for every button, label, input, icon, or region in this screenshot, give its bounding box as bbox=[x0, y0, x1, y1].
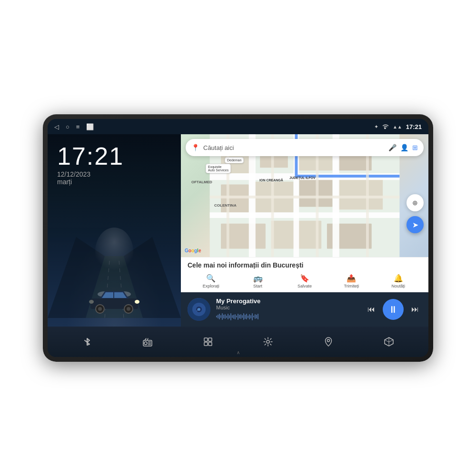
waveform-bar bbox=[219, 314, 220, 319]
bluetooth-icon: ✦ bbox=[374, 124, 378, 130]
back-button[interactable]: ◁ bbox=[54, 123, 59, 130]
waveform-bar bbox=[239, 315, 240, 318]
tab-trimiteti[interactable]: 📤 Trimiteți bbox=[328, 272, 375, 290]
music-title: My Prerogative bbox=[216, 298, 359, 305]
nav-cube[interactable] bbox=[378, 331, 399, 352]
status-bar-left: ◁ ○ ≡ ⬜ bbox=[54, 123, 94, 130]
svg-point-53 bbox=[327, 339, 329, 342]
navigate-fab[interactable]: ➤ bbox=[407, 216, 424, 233]
clock-time: 17:21 bbox=[57, 144, 171, 169]
next-button[interactable]: ⏭ bbox=[408, 303, 422, 316]
map-poi-exquisite: ExquisiteAuto Services bbox=[206, 164, 231, 173]
svg-point-13 bbox=[98, 307, 102, 311]
info-tabs: 🔍 Explorați 🚌 Start 🔖 Salvate 📤 bbox=[188, 272, 422, 290]
nav-maps[interactable] bbox=[318, 331, 339, 352]
nav-settings[interactable] bbox=[258, 331, 278, 352]
waveform-bar bbox=[258, 314, 258, 319]
signal-icon: ▲▲ bbox=[393, 124, 402, 129]
waveform-bar bbox=[235, 314, 236, 319]
svg-rect-22 bbox=[299, 179, 332, 207]
map-label-ioncreanga: ION CREANGĂ bbox=[259, 178, 283, 182]
svg-point-52 bbox=[267, 340, 269, 343]
waveform-bar bbox=[230, 313, 231, 320]
tab-salvate[interactable]: 🔖 Salvate bbox=[281, 272, 328, 290]
waveform-bar bbox=[249, 314, 250, 319]
tab-label-start: Start bbox=[253, 284, 262, 288]
nav-chevron[interactable]: ∧ bbox=[237, 350, 240, 355]
map-layer-button[interactable]: ⊕ bbox=[407, 194, 424, 211]
waveform-bar bbox=[238, 314, 238, 320]
music-subtitle: Music bbox=[216, 305, 359, 310]
svg-text:♪: ♪ bbox=[196, 307, 198, 312]
wifi-icon bbox=[382, 124, 389, 130]
tab-explorați[interactable]: 🔍 Explorați bbox=[188, 272, 234, 290]
svg-rect-51 bbox=[208, 342, 212, 346]
map-area[interactable]: Pattern Media Carrefour Dragonul Roșu Me… bbox=[181, 134, 428, 257]
left-panel: 17:21 12/12/2023 marți bbox=[48, 134, 181, 327]
tab-label-noutati: Noutăți bbox=[392, 284, 406, 288]
waveform-bar bbox=[240, 314, 241, 319]
svg-point-10 bbox=[89, 300, 94, 304]
waveform-bar bbox=[242, 315, 243, 318]
car-image-area bbox=[48, 190, 181, 327]
svg-rect-20 bbox=[221, 185, 249, 213]
info-bar: Cele mai noi informații din București 🔍 … bbox=[181, 257, 428, 292]
waveform-bar bbox=[253, 316, 254, 317]
news-icon: 🔔 bbox=[394, 274, 403, 283]
svg-point-9 bbox=[135, 300, 139, 304]
google-maps-pin-icon: 📍 bbox=[191, 144, 199, 151]
waveform-bar bbox=[232, 315, 233, 318]
svg-point-44 bbox=[144, 342, 147, 345]
account-icon[interactable]: 👤 bbox=[400, 144, 408, 151]
grid-icon[interactable]: ⊞ bbox=[412, 144, 418, 151]
svg-rect-23 bbox=[338, 179, 383, 210]
music-info: My Prerogative Music bbox=[216, 298, 359, 321]
status-bar-right: ✦ ▲▲ 17:21 bbox=[374, 123, 422, 130]
map-label-ilfov: JUDEȚUL ILFOV bbox=[289, 176, 316, 179]
waveform-bar bbox=[220, 315, 221, 318]
play-pause-button[interactable]: ⏸ bbox=[383, 299, 404, 320]
navigation-icon: ➤ bbox=[412, 220, 418, 229]
waveform-bar bbox=[236, 316, 237, 317]
waveform-bar bbox=[216, 316, 217, 317]
share-icon: 📤 bbox=[347, 274, 356, 283]
svg-rect-48 bbox=[204, 338, 208, 341]
waveform-bar bbox=[246, 314, 247, 319]
waveform-bar bbox=[243, 313, 244, 320]
svg-rect-33 bbox=[210, 196, 400, 198]
map-search-bar[interactable]: 📍 Căutați aici 🎤 👤 ⊞ bbox=[186, 139, 424, 156]
search-placeholder[interactable]: Căutați aici bbox=[203, 144, 385, 151]
nav-apps[interactable] bbox=[198, 331, 218, 352]
menu-button[interactable]: ≡ bbox=[76, 123, 80, 130]
google-logo: Google bbox=[185, 248, 201, 253]
tab-label-trimiteti: Trimiteți bbox=[344, 284, 359, 288]
tab-label-salvate: Salvate bbox=[298, 284, 312, 288]
waveform-bar bbox=[222, 313, 223, 320]
waveform-bar bbox=[252, 313, 253, 320]
waveform-bar bbox=[226, 316, 227, 318]
prev-button[interactable]: ⏮ bbox=[365, 303, 378, 316]
waveform-bar bbox=[233, 315, 234, 319]
waveform-bar bbox=[256, 315, 257, 318]
music-controls: ⏮ ⏸ ⏭ bbox=[365, 299, 422, 320]
nav-radio[interactable] bbox=[137, 331, 158, 352]
device-screen: ◁ ○ ≡ ⬜ ✦ ▲▲ 17:21 bbox=[48, 119, 428, 357]
search-icons: 🎤 👤 ⊞ bbox=[388, 144, 418, 151]
start-icon: 🚌 bbox=[253, 274, 263, 283]
home-button[interactable]: ○ bbox=[66, 123, 69, 130]
mic-icon[interactable]: 🎤 bbox=[388, 144, 397, 151]
music-player: ♪ My Prerogative Music bbox=[181, 292, 428, 327]
layers-icon: ⊕ bbox=[412, 199, 418, 207]
map-poi-dedeman: Dedeman bbox=[225, 157, 244, 163]
status-time: 17:21 bbox=[406, 123, 422, 130]
tab-noutati[interactable]: 🔔 Noutăți bbox=[375, 272, 422, 290]
screenshot-button[interactable]: ⬜ bbox=[86, 123, 94, 130]
nav-bluetooth[interactable] bbox=[77, 331, 98, 352]
waveform-bar bbox=[229, 315, 230, 318]
car-image bbox=[86, 287, 143, 317]
explore-icon: 🔍 bbox=[206, 274, 216, 283]
map-label-colentina: COLENTINA bbox=[214, 203, 237, 208]
waveform-bar bbox=[225, 314, 226, 319]
tab-start[interactable]: 🚌 Start bbox=[234, 272, 281, 290]
clock-date: 12/12/2023 bbox=[57, 170, 171, 178]
